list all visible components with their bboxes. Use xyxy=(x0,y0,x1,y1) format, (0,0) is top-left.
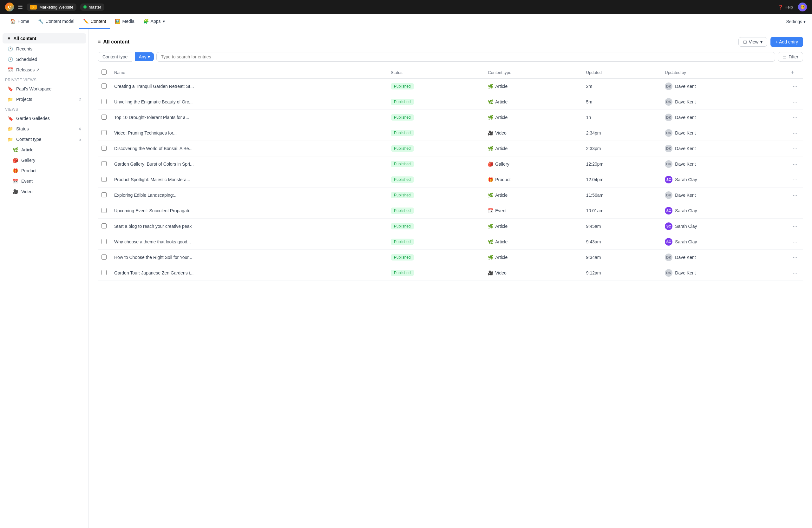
title-lines-icon: ≡ xyxy=(98,39,101,45)
view-button[interactable]: ⊡ View ▾ xyxy=(738,37,767,47)
row-checkbox-1[interactable] xyxy=(102,99,106,104)
content-type-filter-button[interactable]: Content type xyxy=(98,52,132,61)
nav-apps[interactable]: 🧩 Apps ▾ xyxy=(140,14,169,29)
sidebar-item-content-type[interactable]: 📁 Content type 5 xyxy=(2,134,86,144)
sidebar-item-product[interactable]: 🎁 Product xyxy=(2,166,86,176)
search-input[interactable] xyxy=(156,52,775,61)
more-options-button[interactable]: ··· xyxy=(791,207,799,214)
user-avatar-2: DK xyxy=(665,114,672,121)
row-more: ··· xyxy=(787,265,803,281)
nav-content-model[interactable]: 🔧 Content model xyxy=(34,14,78,29)
sidebar-item-releases[interactable]: 📅 Releases ↗ xyxy=(2,65,86,75)
row-name[interactable]: Top 10 Drought-Tolerant Plants for a... xyxy=(111,110,387,125)
user-name-5: Dave Kent xyxy=(675,161,696,167)
row-name[interactable]: Video: Pruning Techniques for... xyxy=(111,125,387,141)
row-name[interactable]: Product Spotlight: Majestic Monstera... xyxy=(111,172,387,187)
row-name[interactable]: Garden Gallery: Burst of Colors in Spri.… xyxy=(111,156,387,172)
row-checkbox-3[interactable] xyxy=(102,130,106,135)
row-checkbox-12[interactable] xyxy=(102,270,106,275)
branch-status-dot xyxy=(84,5,87,9)
more-options-button[interactable]: ··· xyxy=(791,145,799,152)
row-name[interactable]: How to Choose the Right Soil for Your... xyxy=(111,250,387,265)
sidebar-item-all-content[interactable]: ≡ All content xyxy=(2,33,86,43)
sidebar-item-status[interactable]: 📁 Status 4 xyxy=(2,124,86,134)
row-name[interactable]: Creating a Tranquil Garden Retreat: St..… xyxy=(111,79,387,94)
branch-selector[interactable]: master xyxy=(80,3,104,11)
row-checkbox-11[interactable] xyxy=(102,255,106,259)
row-more: ··· xyxy=(787,79,803,94)
row-checkbox-2[interactable] xyxy=(102,115,106,119)
row-checkbox-8[interactable] xyxy=(102,208,106,213)
content-type-label: Video xyxy=(495,130,507,135)
more-options-button[interactable]: ··· xyxy=(791,223,799,230)
row-checkbox-5[interactable] xyxy=(102,161,106,166)
more-options-button[interactable]: ··· xyxy=(791,160,799,168)
row-checkbox-10[interactable] xyxy=(102,239,106,244)
row-content-type: 🌿 Article xyxy=(484,219,582,234)
add-column-icon[interactable]: + xyxy=(791,69,794,75)
filter-button[interactable]: ⚌ Filter xyxy=(778,52,803,61)
sidebar-item-video[interactable]: 🎥 Video xyxy=(2,187,86,197)
content-type-header: Content type xyxy=(484,67,582,79)
row-updated: 9:34am xyxy=(582,250,661,265)
nav-media[interactable]: 🖼️ Media xyxy=(111,14,138,29)
row-checkbox-4[interactable] xyxy=(102,146,106,151)
content-type-label: Article xyxy=(495,224,508,229)
layout: ≡ All content 🕐 Recents 🕐 Scheduled 📅 Re… xyxy=(0,29,812,528)
main-content: ≡ All content ⊡ View ▾ + Add entry Conte… xyxy=(89,29,812,528)
content-type-icon: 📅 xyxy=(488,208,493,213)
row-name[interactable]: Garden Tour: Japanese Zen Gardens i... xyxy=(111,265,387,281)
row-content-type: 🎥 Video xyxy=(484,125,582,141)
row-updated-by: SC Sarah Clay xyxy=(661,234,787,250)
row-updated: 11:56am xyxy=(582,187,661,203)
row-updated: 9:12am xyxy=(582,265,661,281)
sidebar-item-gallery[interactable]: 🎒 Gallery xyxy=(2,155,86,165)
more-options-button[interactable]: ··· xyxy=(791,114,799,121)
more-options-button[interactable]: ··· xyxy=(791,176,799,183)
help-button[interactable]: ❓ Help xyxy=(778,5,793,10)
more-options-button[interactable]: ··· xyxy=(791,269,799,277)
more-options-button[interactable]: ··· xyxy=(791,83,799,90)
settings-button[interactable]: Settings ▾ xyxy=(786,19,806,24)
table-row: Discovering the World of Bonsai: A Be...… xyxy=(98,141,803,156)
clock-icon: 🕐 xyxy=(8,46,13,52)
select-all-checkbox[interactable] xyxy=(102,70,106,74)
sidebar-item-garden-galleries[interactable]: 🔖 Garden Galleries xyxy=(2,113,86,124)
row-name[interactable]: Exploring Edible Landscaping:... xyxy=(111,187,387,203)
row-checkbox-9[interactable] xyxy=(102,223,106,228)
row-checkbox-0[interactable] xyxy=(102,84,106,88)
any-filter-button[interactable]: Any ▾ xyxy=(135,52,154,61)
hamburger-icon[interactable]: ☰ xyxy=(18,3,23,11)
project-selector[interactable]: ⚡ Marketing Website xyxy=(27,3,76,11)
nav-content[interactable]: ✏️ Content xyxy=(79,14,110,29)
row-more: ··· xyxy=(787,219,803,234)
row-name[interactable]: Unveiling the Enigmatic Beauty of Orc... xyxy=(111,94,387,110)
more-options-button[interactable]: ··· xyxy=(791,254,799,261)
add-entry-button[interactable]: + Add entry xyxy=(770,37,803,47)
table-row: Start a blog to reach your creative peak… xyxy=(98,219,803,234)
row-checkbox-6[interactable] xyxy=(102,177,106,182)
row-content-type: 🎥 Video xyxy=(484,265,582,281)
user-avatar[interactable]: 😊 xyxy=(798,2,807,11)
row-name[interactable]: Start a blog to reach your creative peak xyxy=(111,219,387,234)
nav-home[interactable]: 🏠 Home xyxy=(6,14,33,29)
more-options-button[interactable]: ··· xyxy=(791,129,799,137)
row-name[interactable]: Upcoming Event: Succulent Propagati... xyxy=(111,203,387,219)
row-checkbox-7[interactable] xyxy=(102,192,106,197)
more-options-button[interactable]: ··· xyxy=(791,98,799,106)
sidebar-item-scheduled[interactable]: 🕐 Scheduled xyxy=(2,54,86,65)
content-type-icon: 🎒 xyxy=(488,161,493,167)
branch-name: master xyxy=(88,5,101,10)
row-name[interactable]: Discovering the World of Bonsai: A Be... xyxy=(111,141,387,156)
more-options-button[interactable]: ··· xyxy=(791,191,799,199)
app-logo: C xyxy=(5,2,14,11)
sidebar-item-article[interactable]: 🌿 Article xyxy=(2,145,86,155)
row-name[interactable]: Why choose a theme that looks good... xyxy=(111,234,387,250)
any-chevron-icon: ▾ xyxy=(148,54,150,59)
sidebar-item-projects[interactable]: 📁 Projects 2 xyxy=(2,94,86,104)
sidebar-item-event[interactable]: 📅 Event xyxy=(2,176,86,186)
sidebar-item-recents[interactable]: 🕐 Recents xyxy=(2,44,86,54)
row-checkbox-cell xyxy=(98,219,111,234)
sidebar-item-pauls-workspace[interactable]: 🔖 Paul's Workspace xyxy=(2,84,86,94)
more-options-button[interactable]: ··· xyxy=(791,238,799,246)
